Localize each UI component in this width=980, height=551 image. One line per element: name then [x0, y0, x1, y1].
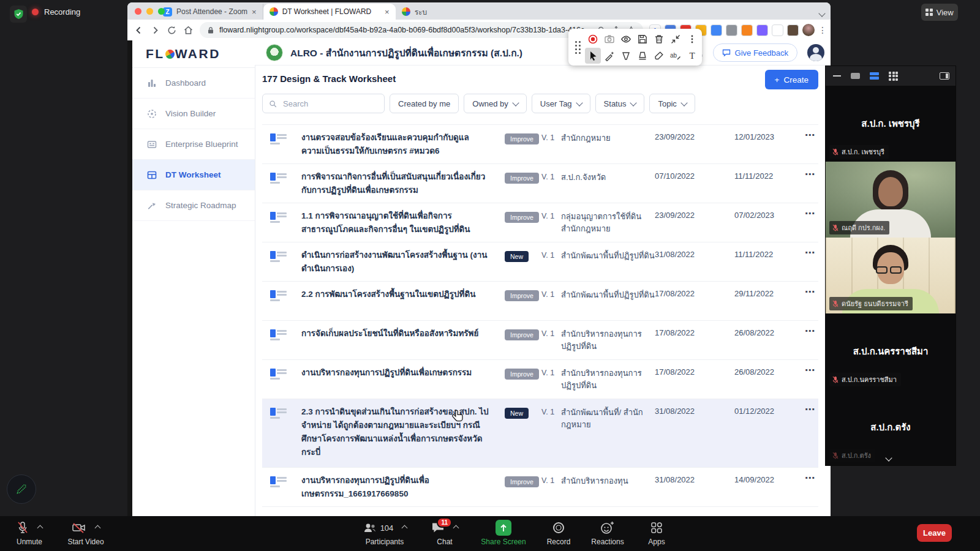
sidebar-item-dashboard[interactable]: Dashboard	[132, 68, 255, 99]
sidebar-item-dt-worksheet[interactable]: DT Worksheet	[132, 160, 255, 190]
user-avatar[interactable]	[807, 44, 824, 61]
worksheet-row[interactable]: งานบริหารกองทุนการปฏิรูปที่ดินเพื่อเกษตร…	[262, 360, 818, 399]
strip-view-icon[interactable]	[870, 72, 879, 80]
chat-chevron-icon[interactable]	[454, 523, 458, 532]
create-button[interactable]: + Create	[765, 70, 818, 89]
row-menu-icon[interactable]: ⋯	[805, 131, 818, 163]
row-menu-icon[interactable]: ⋯	[805, 366, 818, 399]
filter-chip[interactable]: Owned by	[464, 94, 527, 113]
extension-icon[interactable]	[772, 24, 783, 36]
back-icon[interactable]	[134, 25, 144, 36]
start-video-button[interactable]: Start Video	[49, 520, 123, 546]
worksheet-row[interactable]: การจัดเก็บผลประโยชน์ในที่ดินหรืออสังหาริ…	[262, 321, 818, 360]
leave-button[interactable]: Leave	[917, 524, 952, 542]
banner-collapse-chevron-icon[interactable]	[820, 7, 824, 18]
worksheet-row[interactable]: ดำเนินการก่อสร้างงานพัฒนาโครงสร้างพื้นฐา…	[262, 242, 818, 282]
worksheet-row[interactable]: งานตรวจสอบข้อร้องเรียนและควบคุมกำกับดูแล…	[262, 125, 818, 164]
apps-button[interactable]: Apps	[620, 520, 693, 546]
close-window-icon[interactable]	[135, 8, 141, 15]
show-hide-eye-icon[interactable]	[618, 31, 634, 47]
participant-tile[interactable]: ส.ป.ก. เพชรบุรี ส.ป.ก. เพชรบุรี	[826, 86, 956, 162]
worksheet-row[interactable]: 1.1 การพิจารณาอนุญาตใช้ที่ดินเพื่อกิจการ…	[262, 203, 818, 242]
text-tool-icon[interactable]: T	[684, 48, 700, 64]
mic-options-chevron-icon[interactable]	[38, 523, 42, 532]
tab-dt-worksheet[interactable]: DT Worksheet | FLOWARD ×	[263, 4, 396, 20]
filter-chip[interactable]: Topic	[649, 94, 695, 113]
extension-icon[interactable]	[787, 24, 799, 36]
participant-tile[interactable]: ส.ป.ก.นครราชสีมา ส.ป.ก.นครราชสีมา	[826, 313, 956, 389]
reload-icon[interactable]	[167, 25, 177, 36]
drag-handle-icon[interactable]	[575, 41, 581, 54]
worksheet-table: งานตรวจสอบข้อร้องเรียนและควบคุมกำกับดูแล…	[262, 124, 818, 507]
sidebar-item-vision-builder[interactable]: Vision Builder	[132, 99, 255, 129]
participant-tile[interactable]: ดนัยรัฐ ธนบดีธรรมจารี	[826, 238, 956, 313]
browser-menu-icon[interactable]: ⋮	[818, 29, 824, 32]
minimize-toolbar-icon[interactable]	[668, 31, 684, 47]
panel-minimize-icon[interactable]	[833, 75, 841, 77]
extension-icon[interactable]	[710, 24, 722, 36]
filter-row: Created by me Owned by User Tag	[262, 94, 818, 113]
forward-icon[interactable]	[150, 25, 160, 36]
row-title: การพิจารณากิจการอื่นที่เป็นสนับสนุนเกี่ย…	[301, 170, 505, 203]
tile-chevron-down-icon[interactable]	[886, 452, 891, 463]
row-menu-icon[interactable]: ⋯	[805, 327, 818, 359]
extension-icon[interactable]	[741, 24, 753, 36]
row-menu-icon[interactable]: ⋯	[805, 170, 818, 203]
row-menu-icon[interactable]: ⋯	[805, 288, 818, 320]
vanishing-pen-icon[interactable]	[601, 48, 617, 64]
window-controls[interactable]	[135, 8, 165, 15]
participant-label: ส.ป.ก.ตรัง	[829, 449, 875, 462]
filter-chip[interactable]: User Tag	[532, 94, 590, 113]
profile-avatar-icon[interactable]	[802, 24, 815, 36]
minimize-window-icon[interactable]	[146, 8, 153, 15]
sidebar-item-strategic-roadmap[interactable]: Strategic Roadmap	[132, 190, 255, 221]
give-feedback-button[interactable]: Give Feedback	[713, 43, 797, 62]
mouse-pointer-icon[interactable]	[585, 48, 601, 64]
draw-pen-icon[interactable]	[618, 48, 634, 64]
filter-label: Topic	[658, 99, 676, 108]
participants-chevron-icon[interactable]	[402, 523, 407, 532]
home-icon[interactable]	[183, 25, 194, 36]
row-menu-icon[interactable]: ⋯	[805, 405, 818, 467]
sidebar-label: Dashboard	[165, 78, 206, 88]
worksheet-row[interactable]: การพิจารณากิจการอื่นที่เป็นสนับสนุนเกี่ย…	[262, 164, 818, 203]
search-box[interactable]	[262, 94, 385, 113]
tab-partial[interactable]: ระบ	[396, 4, 434, 20]
video-options-chevron-icon[interactable]	[96, 523, 100, 532]
clear-trash-icon[interactable]	[651, 31, 667, 47]
row-version: V. 1	[541, 366, 561, 399]
text-format-icon[interactable]: ab	[668, 48, 684, 64]
panel-layout-icon[interactable]	[940, 72, 949, 80]
gallery-view-icon[interactable]	[889, 72, 898, 81]
save-icon[interactable]	[635, 31, 650, 47]
snapshot-camera-icon[interactable]	[601, 31, 617, 47]
close-tab-icon[interactable]: ×	[252, 7, 257, 17]
row-menu-icon[interactable]: ⋯	[805, 209, 818, 242]
speaker-view-icon[interactable]	[851, 73, 860, 79]
page-title: 177 Design & Track Worksheet	[262, 73, 818, 84]
participant-tile[interactable]: ส.ป.ก.ตรัง ส.ป.ก.ตรัง	[826, 389, 956, 465]
record-icon[interactable]	[585, 31, 601, 47]
highlighter-icon[interactable]	[635, 48, 650, 64]
close-tab-icon[interactable]: ×	[385, 7, 390, 17]
maximize-window-icon[interactable]	[158, 8, 165, 15]
more-options-icon[interactable]	[684, 31, 700, 47]
participant-tile[interactable]: ณฤดี กปร.กผง.	[826, 162, 956, 238]
zoom-view-button[interactable]: View	[921, 4, 958, 21]
row-end-date: 11/11/2022	[734, 249, 805, 281]
filter-chip[interactable]: Created by me	[390, 94, 459, 113]
extension-icon[interactable]	[756, 24, 768, 36]
extension-icon[interactable]	[726, 24, 737, 36]
worksheet-row[interactable]: 2.3 การนำดินขุดส่วนเกินในการก่อสร้างของ …	[262, 399, 818, 468]
filter-chip[interactable]: Status	[595, 94, 645, 113]
row-menu-icon[interactable]: ⋯	[805, 249, 818, 281]
worksheet-row[interactable]: งานบริหารกองทุนการปฏิรูปที่ดินเพื่อเกษตร…	[262, 468, 818, 507]
sidebar-item-enterprise-blueprint[interactable]: Enterprise Blueprint	[132, 129, 255, 160]
row-menu-icon[interactable]: ⋯	[805, 474, 818, 506]
security-shield-icon[interactable]	[10, 6, 27, 23]
search-input[interactable]	[282, 99, 358, 109]
eraser-icon[interactable]	[651, 48, 667, 64]
annotate-pencil-button[interactable]	[7, 474, 36, 504]
tab-post-attendee[interactable]: Z Post Attendee - Zoom ×	[157, 4, 263, 20]
worksheet-row[interactable]: 2.2 การพัฒนาโครงสร้างพื้นฐานในเขตปฏิรูปท…	[262, 282, 818, 321]
